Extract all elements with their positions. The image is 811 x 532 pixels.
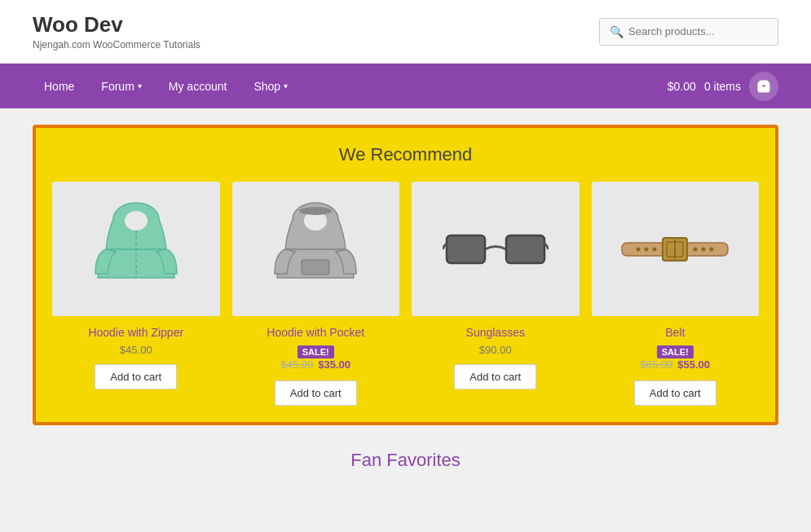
svg-point-15 (645, 247, 649, 251)
nav-item-shop[interactable]: Shop ▾ (242, 72, 299, 101)
add-to-cart-button[interactable]: Add to cart (275, 380, 357, 406)
navbar: Home Forum ▾ My account Shop ▾ $0.00 0 i… (0, 64, 811, 108)
nav-item-forum[interactable]: Forum ▾ (90, 72, 152, 101)
nav-item-home[interactable]: Home (33, 72, 86, 101)
sale-badge: SALE! (298, 345, 334, 358)
svg-point-7 (299, 207, 332, 215)
hoodie-pocket-image (271, 196, 360, 302)
recommend-title: We Recommend (52, 144, 759, 165)
svg-point-19 (710, 247, 714, 251)
nav-links: Home Forum ▾ My account Shop ▾ (33, 72, 299, 101)
hoodie-zipper-image (91, 196, 181, 302)
product-image (412, 182, 580, 316)
nav-label-forum: Forum (101, 80, 134, 93)
add-to-cart-button[interactable]: Add to cart (95, 364, 177, 389)
search-icon: 🔍 (610, 25, 624, 38)
site-header: Woo Dev Njengah.com WooCommerce Tutorial… (0, 0, 811, 64)
main-content: We Recommend (0, 108, 811, 487)
products-grid: Hoodie with Zipper $45.00 Add to cart (52, 182, 759, 406)
product-name[interactable]: Hoodie with Zipper (88, 326, 183, 339)
product-price: $45.00 (120, 344, 152, 356)
nav-label-myaccount: My account (169, 80, 227, 93)
nav-item-myaccount[interactable]: My account (157, 72, 239, 101)
product-name[interactable]: Hoodie with Pocket (267, 326, 364, 339)
logo-subtitle: Njengah.com WooCommerce Tutorials (33, 39, 201, 51)
product-card: Sunglasses $90.00 Add to cart (412, 182, 580, 406)
product-card: Hoodie with Pocket SALE! $45.00 $35.00 A… (232, 182, 400, 406)
svg-rect-9 (506, 235, 544, 263)
logo: Woo Dev Njengah.com WooCommerce Tutorial… (33, 12, 201, 51)
svg-rect-8 (447, 235, 485, 263)
nav-label-home: Home (44, 80, 74, 93)
product-image (52, 182, 220, 316)
original-price: $65.00 (640, 358, 672, 371)
cart-items: 0 items (704, 80, 741, 93)
cart-amount: $0.00 (668, 80, 696, 93)
product-price: $90.00 (479, 344, 512, 356)
svg-point-16 (653, 247, 657, 251)
product-image (232, 182, 400, 316)
product-card: Belt SALE! $65.00 $55.00 Add to cart (592, 182, 760, 406)
chevron-down-icon: ▾ (138, 81, 142, 90)
svg-point-17 (694, 247, 698, 251)
svg-point-14 (637, 247, 641, 251)
add-to-cart-button[interactable]: Add to cart (454, 364, 536, 389)
fan-favorites-title: Fan Favorites (33, 442, 778, 471)
nav-label-shop: Shop (253, 80, 280, 93)
svg-rect-5 (302, 260, 329, 275)
search-bar[interactable]: 🔍 (599, 18, 778, 46)
recommend-section: We Recommend (33, 125, 778, 425)
product-name[interactable]: Sunglasses (466, 326, 525, 339)
logo-title[interactable]: Woo Dev (33, 12, 201, 37)
belt-image (618, 225, 732, 274)
cart-icon-button[interactable] (749, 72, 778, 101)
sale-price: $55.00 (677, 358, 710, 371)
product-name[interactable]: Belt (665, 326, 685, 339)
sale-badge: SALE! (657, 345, 694, 358)
original-price: $45.00 (280, 358, 313, 371)
cart-area[interactable]: $0.00 0 items (668, 72, 778, 101)
svg-point-3 (125, 211, 148, 231)
add-to-cart-button[interactable]: Add to cart (634, 380, 716, 406)
sunglasses-image (443, 221, 549, 278)
chevron-down-icon: ▾ (284, 81, 288, 90)
svg-point-18 (702, 247, 706, 251)
cart-icon (756, 79, 771, 94)
sale-price: $35.00 (318, 358, 350, 371)
product-card: Hoodie with Zipper $45.00 Add to cart (52, 182, 220, 406)
search-input[interactable] (628, 25, 768, 37)
price-row: $65.00 $55.00 (640, 358, 710, 371)
product-image (592, 182, 760, 316)
price-row: $45.00 $35.00 (280, 358, 350, 371)
